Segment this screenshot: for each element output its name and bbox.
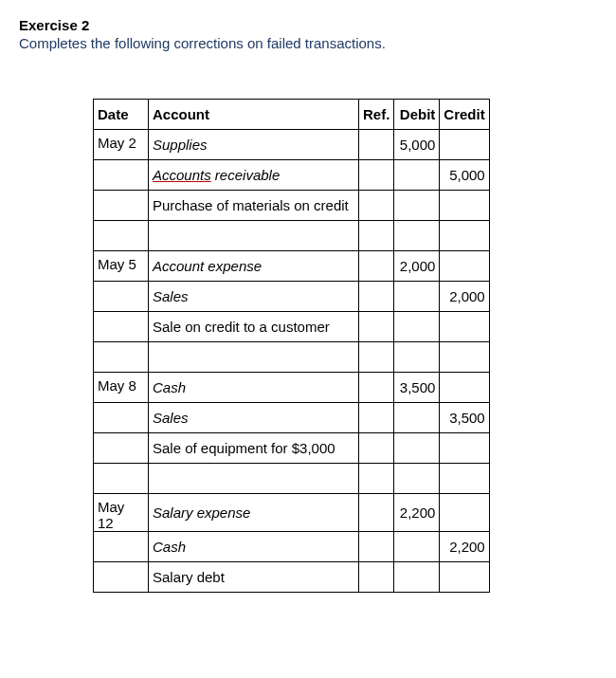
cell-date: May 5 bbox=[94, 251, 149, 282]
header-ref: Ref. bbox=[359, 100, 394, 130]
cell-debit bbox=[394, 221, 440, 251]
cell-debit bbox=[394, 433, 440, 464]
cell-ref bbox=[359, 464, 394, 494]
cell-credit bbox=[440, 433, 489, 464]
header-credit: Credit bbox=[440, 100, 489, 130]
cell-account: Accounts receivable bbox=[149, 160, 359, 191]
cell-ref bbox=[359, 312, 394, 342]
cell-account: Salary debt bbox=[149, 562, 359, 593]
table-row: May 2 Supplies 5,000 bbox=[94, 130, 490, 160]
cell-ref bbox=[359, 532, 394, 562]
cell-account: Cash bbox=[149, 373, 359, 403]
cell-account: Sales bbox=[149, 282, 359, 312]
cell-credit bbox=[440, 342, 489, 373]
table-row: Sales 3,500 bbox=[94, 403, 490, 433]
table-row: Cash 2,200 bbox=[94, 532, 490, 562]
cell-date bbox=[94, 221, 149, 251]
cell-date bbox=[94, 532, 149, 562]
exercise-title: Exercise 2 bbox=[19, 17, 597, 33]
cell-credit: 3,500 bbox=[440, 403, 489, 433]
table-row bbox=[94, 464, 490, 494]
cell-account: Supplies bbox=[149, 130, 359, 160]
cell-credit bbox=[440, 494, 489, 532]
cell-date bbox=[94, 562, 149, 593]
table-row: Purchase of materials on credit bbox=[94, 191, 490, 221]
table-row: Accounts receivable 5,000 bbox=[94, 160, 490, 191]
cell-date: May 12 bbox=[94, 494, 149, 532]
cell-account bbox=[149, 464, 359, 494]
table-row bbox=[94, 221, 490, 251]
cell-date bbox=[94, 433, 149, 464]
table-row: Sale on credit to a customer bbox=[94, 312, 490, 342]
cell-credit bbox=[440, 373, 489, 403]
cell-ref bbox=[359, 494, 394, 532]
cell-debit bbox=[394, 342, 440, 373]
cell-ref bbox=[359, 373, 394, 403]
header-debit: Debit bbox=[394, 100, 440, 130]
cell-date bbox=[94, 191, 149, 221]
header-date: Date bbox=[94, 100, 149, 130]
cell-date bbox=[94, 160, 149, 191]
table-row: Salary debt bbox=[94, 562, 490, 593]
cell-credit bbox=[440, 130, 489, 160]
cell-ref bbox=[359, 251, 394, 282]
cell-debit bbox=[394, 312, 440, 342]
cell-date bbox=[94, 312, 149, 342]
header-account: Account bbox=[149, 100, 359, 130]
cell-ref bbox=[359, 282, 394, 312]
cell-date bbox=[94, 282, 149, 312]
exercise-subtitle: Completes the following corrections on f… bbox=[19, 35, 597, 51]
cell-date: May 8 bbox=[94, 373, 149, 403]
underlined-word: Accounts bbox=[153, 167, 211, 183]
cell-ref bbox=[359, 562, 394, 593]
cell-account: Account expense bbox=[149, 251, 359, 282]
cell-credit: 5,000 bbox=[440, 160, 489, 191]
cell-credit bbox=[440, 312, 489, 342]
cell-debit: 2,000 bbox=[394, 251, 440, 282]
cell-date bbox=[94, 342, 149, 373]
cell-ref bbox=[359, 342, 394, 373]
cell-ref bbox=[359, 403, 394, 433]
cell-credit bbox=[440, 562, 489, 593]
cell-account bbox=[149, 221, 359, 251]
cell-debit bbox=[394, 532, 440, 562]
cell-debit: 5,000 bbox=[394, 130, 440, 160]
cell-date bbox=[94, 464, 149, 494]
header-row: Date Account Ref. Debit Credit bbox=[94, 100, 490, 130]
cell-account: Cash bbox=[149, 532, 359, 562]
cell-credit: 2,000 bbox=[440, 282, 489, 312]
cell-date: May 2 bbox=[94, 130, 149, 160]
cell-account: Salary expense bbox=[149, 494, 359, 532]
cell-credit bbox=[440, 221, 489, 251]
cell-debit bbox=[394, 282, 440, 312]
cell-credit bbox=[440, 251, 489, 282]
cell-debit bbox=[394, 160, 440, 191]
cell-credit: 2,200 bbox=[440, 532, 489, 562]
journal-table: Date Account Ref. Debit Credit May 2 Sup… bbox=[93, 99, 490, 593]
cell-debit bbox=[394, 464, 440, 494]
cell-account: Sale on credit to a customer bbox=[149, 312, 359, 342]
cell-debit bbox=[394, 191, 440, 221]
cell-ref bbox=[359, 433, 394, 464]
cell-credit bbox=[440, 191, 489, 221]
cell-credit bbox=[440, 464, 489, 494]
cell-account bbox=[149, 342, 359, 373]
cell-debit bbox=[394, 562, 440, 593]
cell-ref bbox=[359, 191, 394, 221]
cell-date bbox=[94, 403, 149, 433]
cell-debit: 2,200 bbox=[394, 494, 440, 532]
account-rest: receivable bbox=[211, 167, 281, 183]
cell-account: Purchase of materials on credit bbox=[149, 191, 359, 221]
cell-ref bbox=[359, 221, 394, 251]
table-row: May 12 Salary expense 2,200 bbox=[94, 494, 490, 532]
table-row bbox=[94, 342, 490, 373]
cell-debit: 3,500 bbox=[394, 373, 440, 403]
cell-debit bbox=[394, 403, 440, 433]
table-row: Sale of equipment for $3,000 bbox=[94, 433, 490, 464]
table-row: Sales 2,000 bbox=[94, 282, 490, 312]
cell-ref bbox=[359, 160, 394, 191]
cell-account: Sales bbox=[149, 403, 359, 433]
table-row: May 5 Account expense 2,000 bbox=[94, 251, 490, 282]
cell-account: Sale of equipment for $3,000 bbox=[149, 433, 359, 464]
table-row: May 8 Cash 3,500 bbox=[94, 373, 490, 403]
